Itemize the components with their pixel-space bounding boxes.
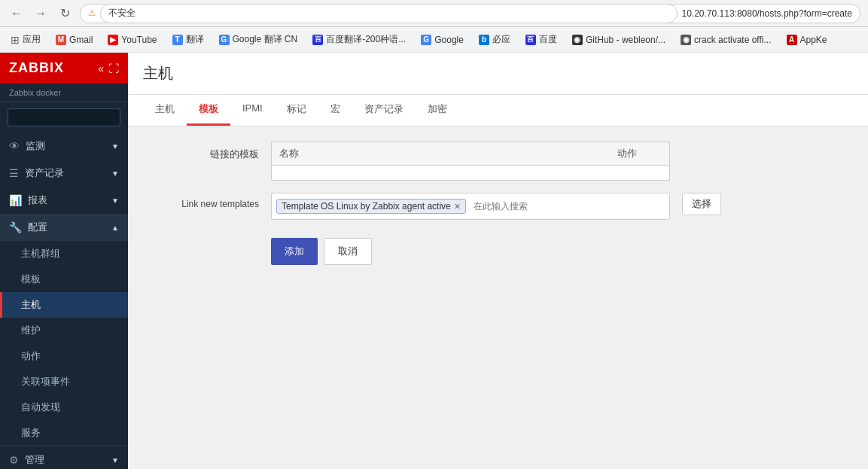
sidebar-item-auto-discovery[interactable]: 自动发现 xyxy=(0,394,128,420)
google-icon: G xyxy=(421,35,431,45)
sidebar-item-templates[interactable]: 模板 xyxy=(0,266,128,292)
col-action-header: 动作 xyxy=(610,142,670,166)
sidebar-item-config-label: 配置 xyxy=(28,221,47,234)
youtube-bookmark[interactable]: ▶ YouTube xyxy=(105,33,160,47)
github-bookmark[interactable]: ◉ GitHub - webleon/... xyxy=(569,33,669,47)
baidu-icon: 百 xyxy=(525,35,536,45)
baidu-translate-bookmark[interactable]: 百 百度翻译-200种语... xyxy=(309,32,409,47)
sidebar-item-hosts[interactable]: 主机 xyxy=(0,292,128,318)
google-translate-cn-icon: G xyxy=(219,35,230,45)
template-input-row: Template OS Linux by Zabbix agent active… xyxy=(271,193,721,220)
add-button[interactable]: 添加 xyxy=(271,238,318,265)
tab-macros[interactable]: 宏 xyxy=(318,95,352,126)
expand-button[interactable]: ⛶ xyxy=(108,62,119,75)
sidebar-item-services[interactable]: 服务 xyxy=(0,420,128,446)
chevron-down-icon: ▼ xyxy=(111,142,119,151)
security-label: 不安全 xyxy=(100,4,678,23)
url-text: 10.20.70.113:8080/hosts.php?form=create xyxy=(682,8,853,19)
sidebar-item-actions[interactable]: 动作 xyxy=(0,343,128,369)
sidebar-item-monitoring[interactable]: 👁 监测 ▼ xyxy=(0,132,128,160)
tab-template[interactable]: 模板 xyxy=(187,95,230,126)
link-new-templates-row: Link new templates Template OS Linux by … xyxy=(151,193,845,220)
tab-asset-records[interactable]: 资产记录 xyxy=(352,95,416,126)
google-translate-cn-bookmark[interactable]: G Google 翻译 CN xyxy=(216,32,301,47)
github-icon: ◉ xyxy=(572,35,583,45)
forward-button[interactable]: → xyxy=(32,5,50,23)
sidebar-item-hostgroups[interactable]: 主机群组 xyxy=(0,241,128,266)
search-input-wrap[interactable]: 🔍 xyxy=(8,108,120,126)
baidu-label: 百度 xyxy=(539,33,557,46)
translate-icon: T xyxy=(172,35,183,45)
main-content: 主机 主机 模板 IPMI 标记 宏 资产记录 加密 链接的模板 名称 xyxy=(128,53,868,469)
google-bookmark[interactable]: G Google xyxy=(418,33,467,47)
collapse-button[interactable]: « xyxy=(98,62,104,75)
bing-label: 必应 xyxy=(492,33,510,46)
appke-bookmark[interactable]: A AppKe xyxy=(784,33,830,47)
linked-templates-table: 名称 动作 xyxy=(271,142,670,181)
remove-template-button[interactable]: ✕ xyxy=(454,202,461,212)
tab-encryption[interactable]: 加密 xyxy=(416,95,459,126)
gmail-label: Gmail xyxy=(69,35,93,45)
sidebar-item-reports-label: 报表 xyxy=(28,193,47,207)
bing-bookmark[interactable]: b 必应 xyxy=(476,32,513,47)
tab-tags[interactable]: 标记 xyxy=(275,95,318,126)
nav-section: 👁 监测 ▼ ☰ 资产记录 ▼ 📊 报表 ▼ 🔧 配置 ▲ 主机群组 模板 主机 xyxy=(0,132,128,469)
google-translate-cn-label: Google 翻译 CN xyxy=(233,33,298,46)
logo-text: ZABBIX xyxy=(9,60,64,76)
chevron-up-icon: ▲ xyxy=(111,224,119,232)
translate-label: 翻译 xyxy=(186,33,204,46)
youtube-icon: ▶ xyxy=(108,35,118,45)
apps-bookmark[interactable]: ⊞ 应用 xyxy=(8,32,44,47)
settings-icon: 🔧 xyxy=(9,221,22,233)
page-title: 主机 xyxy=(143,63,853,84)
select-template-button[interactable]: 选择 xyxy=(682,193,721,215)
sidebar-item-related-events[interactable]: 关联项事件 xyxy=(0,369,128,394)
sidebar-item-assets[interactable]: ☰ 资产记录 ▼ xyxy=(0,160,128,187)
apps-label: 应用 xyxy=(23,33,41,46)
action-buttons-row: 添加 取消 xyxy=(151,232,845,265)
tab-ipmi[interactable]: IPMI xyxy=(230,95,275,126)
gmail-bookmark[interactable]: M Gmail xyxy=(53,33,96,47)
github-label: GitHub - webleon/... xyxy=(586,35,665,45)
bing-icon: b xyxy=(479,35,489,45)
youtube-label: YouTube xyxy=(121,35,157,45)
list-icon: ☰ xyxy=(9,167,19,179)
google-label: Google xyxy=(434,35,464,45)
crack-icon: ◉ xyxy=(681,35,691,45)
chevron-down-icon: ▼ xyxy=(111,196,119,205)
baidu-translate-icon: 百 xyxy=(312,35,323,45)
table-row-empty xyxy=(272,166,670,181)
sidebar-item-reports[interactable]: 📊 报表 ▼ xyxy=(0,187,128,214)
template-tag: Template OS Linux by Zabbix agent active… xyxy=(276,199,466,214)
linked-templates-row: 链接的模板 名称 动作 xyxy=(151,142,845,181)
address-bar[interactable]: ⚠ 不安全 10.20.70.113:8080/hosts.php?form=c… xyxy=(80,4,860,23)
eye-icon: 👁 xyxy=(9,140,20,152)
refresh-button[interactable]: ↻ xyxy=(56,5,74,23)
sidebar-item-config[interactable]: 🔧 配置 ▲ xyxy=(0,214,128,241)
appke-label: AppKe xyxy=(800,35,827,45)
translate-bookmark[interactable]: T 翻译 xyxy=(169,32,207,47)
appke-icon: A xyxy=(787,35,797,45)
template-search-input[interactable] xyxy=(469,198,605,215)
baidu-translate-label: 百度翻译-200种语... xyxy=(326,33,406,46)
sidebar-item-admin-label: 管理 xyxy=(25,453,44,467)
search-input[interactable] xyxy=(14,112,127,123)
chevron-down-icon: ▼ xyxy=(111,169,119,178)
gear-icon: ⚙ xyxy=(9,454,19,466)
baidu-bookmark[interactable]: 百 百度 xyxy=(522,32,560,47)
form-area: 链接的模板 名称 动作 xyxy=(128,126,868,292)
bookmarks-bar: ⊞ 应用 M Gmail ▶ YouTube T 翻译 G Google 翻译 … xyxy=(0,27,868,53)
sidebar: ZABBIX « ⛶ Zabbix docker 🔍 👁 监测 ▼ ☰ 资产记录… xyxy=(0,53,128,469)
apps-grid-icon: ⊞ xyxy=(11,34,20,46)
template-tag-text: Template OS Linux by Zabbix agent active xyxy=(282,201,451,212)
back-button[interactable]: ← xyxy=(8,5,26,23)
template-input-area[interactable]: Template OS Linux by Zabbix agent active… xyxy=(271,193,670,220)
tab-host[interactable]: 主机 xyxy=(143,95,187,126)
sidebar-item-maintenance[interactable]: 维护 xyxy=(0,318,128,343)
crack-bookmark[interactable]: ◉ crack activate offi... xyxy=(678,33,775,47)
sidebar-item-admin[interactable]: ⚙ 管理 ▼ xyxy=(0,446,128,469)
sidebar-item-monitoring-label: 监测 xyxy=(26,139,45,153)
search-box: 🔍 xyxy=(0,102,128,132)
cancel-button[interactable]: 取消 xyxy=(324,238,372,265)
chart-icon: 📊 xyxy=(9,194,22,206)
